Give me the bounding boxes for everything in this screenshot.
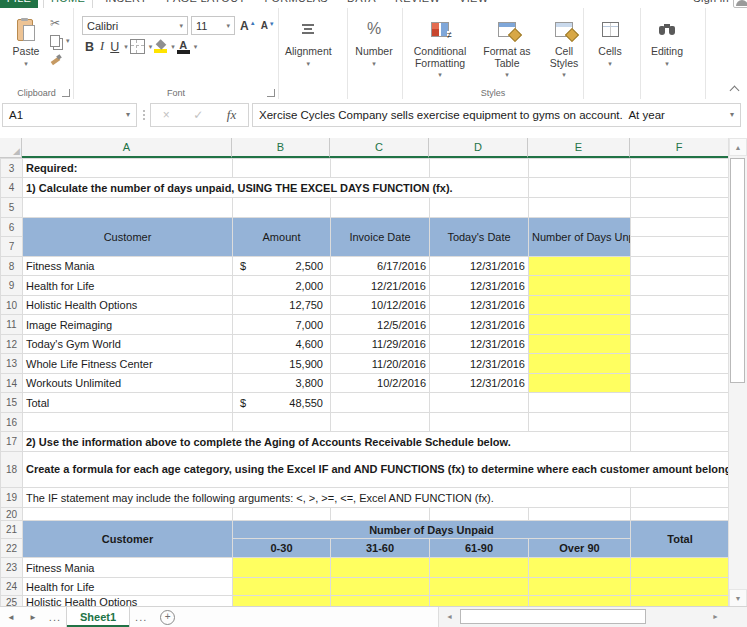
- row-header[interactable]: 16: [1, 413, 23, 432]
- cell[interactable]: [631, 315, 730, 335]
- cell[interactable]: [233, 578, 331, 596]
- cell[interactable]: [529, 413, 631, 432]
- cell[interactable]: 31-60: [331, 539, 430, 558]
- cell[interactable]: Health for Life: [23, 276, 233, 296]
- grow-font-button[interactable]: A▲: [240, 19, 256, 33]
- cell[interactable]: 12/31/2016: [430, 296, 529, 315]
- cell[interactable]: [233, 508, 331, 521]
- cell[interactable]: [529, 198, 631, 218]
- scroll-right-button[interactable]: ►: [708, 609, 723, 624]
- formula-input[interactable]: Xercise Cycles Company sells exercise eq…: [252, 103, 741, 127]
- row-header[interactable]: 21: [1, 521, 23, 539]
- fill-color-button[interactable]: [154, 41, 167, 53]
- previous-sheet-button[interactable]: ◄: [0, 613, 22, 622]
- cell[interactable]: 2,000: [233, 276, 331, 296]
- cell[interactable]: Over 90: [529, 539, 631, 558]
- dialog-launcher-icon[interactable]: [267, 89, 275, 97]
- column-header-e[interactable]: E: [528, 138, 630, 158]
- row-header[interactable]: 15: [1, 393, 23, 413]
- shrink-font-button[interactable]: A▼: [261, 20, 275, 31]
- row-header[interactable]: 12: [1, 335, 23, 354]
- vertical-scrollbar[interactable]: ▲ ▼: [728, 138, 747, 607]
- row-header[interactable]: 6: [1, 218, 23, 237]
- conditional-formatting-button[interactable]: ≠ Conditional Formatting ▾: [405, 11, 475, 78]
- cell[interactable]: [430, 413, 529, 432]
- paste-button[interactable]: Paste ▾: [2, 11, 50, 67]
- font-color-button[interactable]: A: [177, 40, 190, 54]
- row-header[interactable]: 23: [1, 558, 23, 578]
- cell[interactable]: [631, 218, 730, 237]
- font-size-combo[interactable]: 11▾: [191, 16, 235, 35]
- cell[interactable]: Required:: [23, 159, 233, 178]
- cell[interactable]: 12/31/2016: [430, 354, 529, 374]
- row-header[interactable]: 18: [1, 452, 23, 488]
- cell[interactable]: 7,000: [233, 315, 331, 335]
- format-painter-button[interactable]: [50, 51, 70, 66]
- cell[interactable]: [529, 159, 631, 178]
- formula-bar-handle[interactable]: [137, 110, 150, 120]
- row-header[interactable]: 3: [1, 159, 23, 178]
- tab-sheet1[interactable]: Sheet1: [66, 607, 130, 627]
- tab-review[interactable]: REVIEW: [388, 0, 447, 8]
- cell[interactable]: Today's Gym World: [23, 335, 233, 354]
- row-header[interactable]: 5: [1, 198, 23, 218]
- cell[interactable]: [331, 159, 430, 178]
- cell[interactable]: [631, 335, 730, 354]
- cell[interactable]: 4,600: [233, 335, 331, 354]
- cell[interactable]: 3,800: [233, 374, 331, 393]
- tab-page-layout[interactable]: PAGE LAYOUT: [159, 0, 252, 8]
- cell[interactable]: Total: [23, 393, 233, 413]
- row-header[interactable]: 22: [1, 539, 23, 558]
- row-header[interactable]: 20: [1, 508, 23, 521]
- cell[interactable]: 12/31/2016: [430, 276, 529, 296]
- row-header[interactable]: 9: [1, 276, 23, 296]
- cell[interactable]: Image Reimaging: [23, 315, 233, 335]
- cell[interactable]: [331, 198, 430, 218]
- cell[interactable]: The IF statement may include the followi…: [23, 488, 631, 508]
- cell[interactable]: [631, 374, 730, 393]
- cell[interactable]: 12/31/2016: [430, 257, 529, 276]
- cell[interactable]: 12/31/2016: [430, 315, 529, 335]
- tab-data[interactable]: DATA: [340, 0, 383, 8]
- cell[interactable]: Number of Days Unpaid: [233, 521, 631, 539]
- scroll-up-button[interactable]: ▲: [729, 138, 747, 156]
- cell[interactable]: Amount: [233, 218, 331, 257]
- cell[interactable]: 2) Use the information above to complete…: [23, 432, 631, 452]
- cell[interactable]: [23, 198, 233, 218]
- cell[interactable]: [631, 237, 730, 257]
- cell[interactable]: 11/20/2016: [331, 354, 430, 374]
- column-header-b[interactable]: B: [232, 138, 330, 158]
- row-header[interactable]: 11: [1, 315, 23, 335]
- underline-button[interactable]: U: [110, 40, 119, 54]
- user-avatar-icon[interactable]: [733, 0, 747, 8]
- row-header[interactable]: 4: [1, 178, 23, 198]
- tab-formulas[interactable]: FORMULAS: [257, 0, 335, 8]
- cell[interactable]: [430, 558, 529, 578]
- select-all-button[interactable]: ◢: [0, 138, 22, 158]
- cell[interactable]: [23, 413, 233, 432]
- row-header[interactable]: 17: [1, 432, 23, 452]
- bold-button[interactable]: B: [85, 40, 94, 54]
- cell[interactable]: [233, 198, 331, 218]
- borders-button[interactable]: [130, 39, 145, 54]
- cell[interactable]: 6/17/2016: [331, 257, 430, 276]
- cell[interactable]: 10/12/2016: [331, 296, 430, 315]
- cell[interactable]: [631, 257, 730, 276]
- cell[interactable]: [631, 432, 730, 452]
- tab-file[interactable]: FILE: [0, 0, 38, 8]
- cell[interactable]: [529, 257, 631, 276]
- cell[interactable]: Create a formula for each age category, …: [23, 452, 730, 488]
- cell[interactable]: Number of Days Unpaid: [529, 218, 631, 257]
- cell[interactable]: Fitness Mania: [23, 558, 233, 578]
- cell[interactable]: 0-30: [233, 539, 331, 558]
- cell[interactable]: Customer: [23, 521, 233, 558]
- cell[interactable]: Health for Life: [23, 578, 233, 596]
- alignment-button[interactable]: Alignment ▾: [281, 11, 336, 67]
- horizontal-scrollbar[interactable]: ◄ ►: [438, 607, 747, 627]
- cell[interactable]: 12/21/2016: [331, 276, 430, 296]
- scroll-down-button[interactable]: ▼: [729, 589, 747, 607]
- cell[interactable]: [529, 558, 631, 578]
- collapse-ribbon-icon[interactable]: [730, 84, 739, 93]
- cell[interactable]: 12/31/2016: [430, 374, 529, 393]
- column-header-d[interactable]: D: [429, 138, 528, 158]
